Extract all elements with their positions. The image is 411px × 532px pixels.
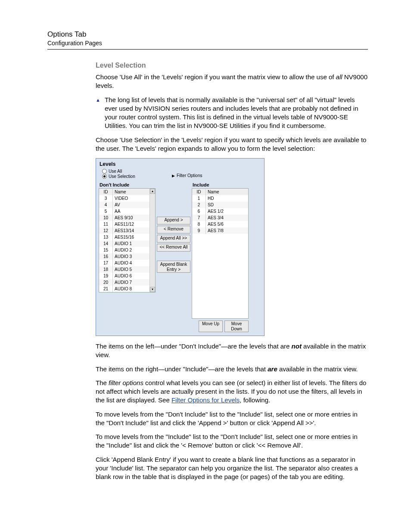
paragraph: To move levels from the "Include" list t…	[96, 432, 368, 450]
cell-name: AES11/12	[113, 221, 149, 227]
text: available in the matrix view.	[277, 365, 358, 373]
table-row[interactable]: 4AV	[99, 202, 149, 208]
cell-id: 11	[99, 221, 113, 227]
cell-id: 6	[192, 208, 206, 215]
table-row[interactable]: 9AES 7/8	[192, 227, 248, 234]
cell-id: 9	[192, 227, 206, 234]
cell-name: AUDIO 7	[113, 279, 149, 286]
append-button[interactable]: Append >	[157, 217, 190, 224]
cell-name: AES13/14	[113, 227, 149, 234]
cell-id: 5	[99, 208, 113, 215]
table-row[interactable]: 1HD	[192, 195, 248, 202]
filter-options-toggle[interactable]: ▶ Filter Options	[172, 173, 262, 178]
chevron-right-icon: ▶	[172, 174, 175, 178]
note-marker-icon: ▲	[96, 97, 100, 103]
scrollbar[interactable]: ▴ ▾	[149, 189, 155, 292]
table-row[interactable]: 15AUDIO 2	[99, 247, 149, 253]
col-id: ID	[192, 189, 206, 195]
cell-id: 12	[99, 227, 113, 234]
table-row[interactable]: 19AUDIO 6	[99, 273, 149, 279]
header-subtitle: Configuration Pages	[47, 40, 368, 47]
paragraph: The filter options control what levels y…	[96, 379, 368, 405]
paragraph: Choose 'Use All' in the 'Levels' region …	[96, 73, 368, 90]
note-block: ▲ The long list of levels that is normal…	[96, 96, 368, 131]
cell-name: VIDEO	[113, 195, 149, 202]
cell-id: 3	[99, 195, 113, 202]
text: The items on the right—under "Include"—a…	[96, 365, 268, 373]
cell-name: HD	[206, 195, 248, 202]
cell-name: SD	[206, 202, 248, 208]
move-up-button[interactable]: Move Up	[199, 320, 223, 332]
header-title: Options Tab	[47, 30, 368, 39]
table-row[interactable]: 7AES 3/4	[192, 215, 248, 221]
table-row[interactable]: 5AA	[99, 208, 149, 215]
cell-id: 4	[99, 202, 113, 208]
radio-icon	[102, 169, 107, 174]
text: Choose 'Use All' in the 'Levels' region …	[96, 73, 336, 81]
text: The	[96, 379, 109, 386]
include-heading: Include	[193, 182, 249, 187]
table-row[interactable]: 14AUDIO 1	[99, 240, 149, 247]
move-down-button[interactable]: Move Down	[224, 320, 249, 332]
cell-id: 2	[192, 202, 206, 208]
page-header: Options Tab Configuration Pages	[47, 30, 368, 50]
note-text: The long list of levels that is normally…	[105, 96, 368, 131]
table-row[interactable]: 11AES11/12	[99, 221, 149, 227]
table-row[interactable]: 6AES 1/2	[192, 208, 248, 215]
cell-name: AES 9/10	[113, 215, 149, 221]
cell-name: AES 1/2	[206, 208, 248, 215]
table-row[interactable]: 17AUDIO 4	[99, 260, 149, 266]
cell-id: 19	[99, 273, 113, 279]
append-all-button[interactable]: Append All >>	[157, 235, 190, 243]
paragraph: Choose 'Use Selection' in the 'Levels' r…	[96, 136, 368, 153]
scroll-up-icon[interactable]: ▴	[150, 189, 155, 194]
scroll-down-icon[interactable]: ▾	[150, 287, 155, 292]
table-header: ID Name	[99, 189, 149, 195]
text: , following.	[240, 396, 270, 404]
append-blank-button[interactable]: Append Blank Entry >	[157, 261, 190, 273]
col-id: ID	[99, 189, 113, 195]
cell-id: 13	[99, 234, 113, 240]
table-row[interactable]: 13AES15/16	[99, 234, 149, 240]
levels-panel: Levels Use All Use Selection ▶ Filter Op…	[96, 158, 265, 336]
cell-id: 15	[99, 247, 113, 253]
table-row[interactable]: 2SD	[192, 202, 248, 208]
cell-id: 1	[192, 195, 206, 202]
table-row[interactable]: 10AES 9/10	[99, 215, 149, 221]
table-row[interactable]: 12AES13/14	[99, 227, 149, 234]
cell-id: 18	[99, 266, 113, 273]
col-name: Name	[113, 189, 149, 195]
remove-button[interactable]: < Remove	[157, 226, 190, 233]
cell-name: AUDIO 3	[113, 253, 149, 260]
table-row[interactable]: 16AUDIO 3	[99, 253, 149, 260]
table-row[interactable]: 3VIDEO	[99, 195, 149, 202]
paragraph: Click 'Append Blank Entry' if you want t…	[96, 455, 368, 482]
table-row[interactable]: 8AES 5/6	[192, 221, 248, 227]
radio-icon	[102, 174, 107, 179]
table-row[interactable]: 20AUDIO 7	[99, 279, 149, 286]
table-row[interactable]: 18AUDIO 5	[99, 266, 149, 273]
remove-all-button[interactable]: << Remove All	[157, 244, 190, 252]
cell-name: AES 3/4	[206, 215, 248, 221]
panel-title: Levels	[100, 161, 262, 167]
dont-include-heading: Don't Include	[100, 182, 156, 187]
text-italic: filter options	[109, 379, 143, 386]
paragraph: The items on the left—under "Don't Inclu…	[96, 342, 368, 360]
dont-include-table[interactable]: ID Name 3VIDEO4AV5AA10AES 9/1011AES11/12…	[99, 189, 149, 292]
cell-id: 7	[192, 215, 206, 221]
cell-name: AES 7/8	[206, 227, 248, 234]
cell-name: AUDIO 2	[113, 247, 149, 253]
cell-id: 14	[99, 240, 113, 247]
text: The items on the left—under "Don't Inclu…	[96, 342, 292, 350]
table-header: ID Name	[192, 189, 248, 195]
cell-name: AUDIO 8	[113, 286, 149, 292]
text-italic: all	[336, 73, 342, 81]
table-row[interactable]: 21AUDIO 8	[99, 286, 149, 292]
include-table[interactable]: ID Name 1HD2SD6AES 1/27AES 3/48AES 5/69A…	[192, 188, 249, 319]
filter-options-link[interactable]: Filter Options for Levels	[171, 396, 240, 404]
cell-name: AUDIO 6	[113, 273, 149, 279]
cell-id: 17	[99, 260, 113, 266]
cell-id: 10	[99, 215, 113, 221]
text-emph: not	[292, 342, 302, 350]
section-heading: Level Selection	[96, 62, 368, 69]
